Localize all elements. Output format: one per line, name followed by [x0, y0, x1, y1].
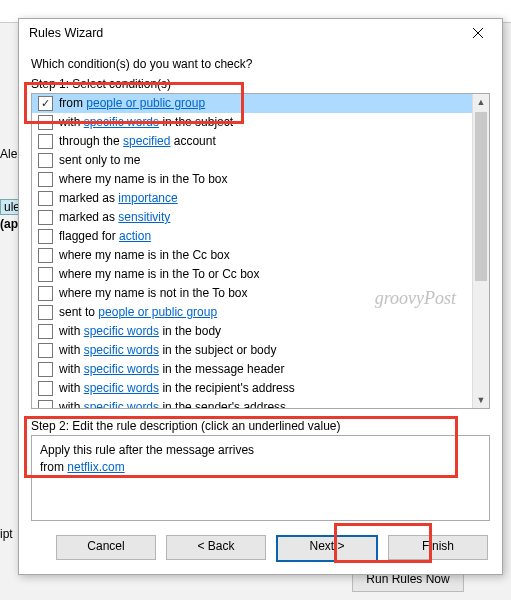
- condition-label: through the specified account: [59, 133, 216, 149]
- condition-checkbox[interactable]: [38, 362, 53, 377]
- condition-row[interactable]: flagged for action: [32, 227, 472, 246]
- description-line2: from netflix.com: [40, 459, 481, 476]
- condition-label: sent to people or public group: [59, 304, 217, 320]
- scroll-thumb[interactable]: [475, 112, 487, 282]
- condition-link[interactable]: specific words: [84, 324, 159, 338]
- condition-label: with specific words in the body: [59, 323, 221, 339]
- scroll-down-icon[interactable]: ▼: [473, 392, 489, 408]
- condition-row[interactable]: with specific words in the subject or bo…: [32, 341, 472, 360]
- condition-link[interactable]: specified: [123, 134, 170, 148]
- dialog-buttons: Cancel < Back Next > Finish: [19, 521, 502, 574]
- step1-label: Step 1: Select condition(s): [31, 77, 490, 91]
- condition-row[interactable]: where my name is in the Cc box: [32, 246, 472, 265]
- condition-row[interactable]: with specific words in the sender's addr…: [32, 398, 472, 409]
- condition-row[interactable]: through the specified account: [32, 132, 472, 151]
- condition-checkbox[interactable]: [38, 210, 53, 225]
- condition-checkbox[interactable]: [38, 305, 53, 320]
- condition-checkbox[interactable]: [38, 343, 53, 358]
- bg-text-ap: (ap: [0, 217, 18, 231]
- condition-checkbox[interactable]: [38, 172, 53, 187]
- condition-label: where my name is in the To box: [59, 171, 228, 187]
- condition-row[interactable]: with specific words in the body: [32, 322, 472, 341]
- back-button[interactable]: < Back: [166, 535, 266, 560]
- condition-checkbox[interactable]: [38, 324, 53, 339]
- condition-row[interactable]: with specific words in the message heade…: [32, 360, 472, 379]
- condition-label: marked as importance: [59, 190, 178, 206]
- condition-checkbox[interactable]: [38, 286, 53, 301]
- condition-link[interactable]: people or public group: [98, 305, 217, 319]
- bg-text-ale: Ale: [0, 147, 17, 161]
- condition-checkbox[interactable]: [38, 153, 53, 168]
- condition-label: with specific words in the subject or bo…: [59, 342, 276, 358]
- condition-label: with specific words in the subject: [59, 114, 233, 130]
- condition-row[interactable]: where my name is in the To box: [32, 170, 472, 189]
- next-button[interactable]: Next >: [276, 535, 378, 562]
- description-link-netflix[interactable]: netflix.com: [67, 460, 124, 474]
- condition-label: flagged for action: [59, 228, 151, 244]
- condition-checkbox[interactable]: [38, 115, 53, 130]
- conditions-list: from people or public groupwith specific…: [31, 93, 490, 410]
- condition-checkbox[interactable]: [38, 191, 53, 206]
- condition-row[interactable]: marked as importance: [32, 189, 472, 208]
- scroll-track[interactable]: [473, 110, 489, 393]
- cancel-button[interactable]: Cancel: [56, 535, 156, 560]
- condition-link[interactable]: specific words: [84, 400, 159, 408]
- titlebar: Rules Wizard: [19, 19, 502, 47]
- close-button[interactable]: [460, 20, 496, 46]
- condition-label: sent only to me: [59, 152, 140, 168]
- condition-row[interactable]: with specific words in the recipient's a…: [32, 379, 472, 398]
- condition-checkbox[interactable]: [38, 134, 53, 149]
- scroll-up-icon[interactable]: ▲: [473, 94, 489, 110]
- rule-description-box: Apply this rule after the message arrive…: [31, 435, 490, 521]
- condition-label: marked as sensitivity: [59, 209, 170, 225]
- condition-row[interactable]: where my name is not in the To box: [32, 284, 472, 303]
- condition-link[interactable]: specific words: [84, 362, 159, 376]
- close-icon: [472, 27, 484, 39]
- condition-row[interactable]: from people or public group: [32, 94, 472, 113]
- condition-link[interactable]: people or public group: [86, 96, 205, 110]
- condition-link[interactable]: specific words: [84, 381, 159, 395]
- condition-checkbox[interactable]: [38, 267, 53, 282]
- condition-row[interactable]: where my name is in the To or Cc box: [32, 265, 472, 284]
- condition-link[interactable]: specific words: [84, 115, 159, 129]
- condition-label: from people or public group: [59, 95, 205, 111]
- scrollbar[interactable]: ▲ ▼: [472, 94, 489, 409]
- condition-checkbox[interactable]: [38, 248, 53, 263]
- rules-wizard-dialog: Rules Wizard Which condition(s) do you w…: [18, 18, 503, 575]
- condition-label: where my name is not in the To box: [59, 285, 248, 301]
- condition-link[interactable]: action: [119, 229, 151, 243]
- step2-label: Step 2: Edit the rule description (click…: [31, 419, 490, 433]
- condition-label: where my name is in the To or Cc box: [59, 266, 260, 282]
- condition-link[interactable]: specific words: [84, 343, 159, 357]
- condition-link[interactable]: importance: [118, 191, 177, 205]
- condition-row[interactable]: with specific words in the subject: [32, 113, 472, 132]
- condition-checkbox[interactable]: [38, 400, 53, 409]
- description-line1: Apply this rule after the message arrive…: [40, 442, 481, 459]
- condition-label: where my name is in the Cc box: [59, 247, 230, 263]
- condition-link[interactable]: sensitivity: [118, 210, 170, 224]
- condition-row[interactable]: sent to people or public group: [32, 303, 472, 322]
- condition-row[interactable]: marked as sensitivity: [32, 208, 472, 227]
- prompt-text: Which condition(s) do you want to check?: [31, 57, 490, 71]
- dialog-title: Rules Wizard: [29, 26, 103, 40]
- condition-checkbox[interactable]: [38, 96, 53, 111]
- condition-checkbox[interactable]: [38, 229, 53, 244]
- condition-label: with specific words in the sender's addr…: [59, 399, 286, 408]
- condition-label: with specific words in the recipient's a…: [59, 380, 295, 396]
- condition-checkbox[interactable]: [38, 381, 53, 396]
- condition-row[interactable]: sent only to me: [32, 151, 472, 170]
- bg-text-ipt: ipt: [0, 527, 13, 541]
- condition-label: with specific words in the message heade…: [59, 361, 284, 377]
- finish-button[interactable]: Finish: [388, 535, 488, 560]
